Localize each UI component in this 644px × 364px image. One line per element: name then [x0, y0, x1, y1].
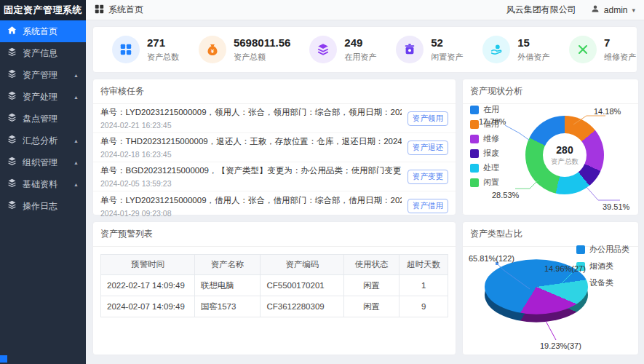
- apps-grid-icon: [95, 4, 104, 16]
- donut-callout: 39.51%: [603, 202, 629, 211]
- trash-icon: [396, 36, 424, 63]
- layers-icon: [7, 200, 17, 212]
- legend-swatch: [470, 120, 479, 129]
- sidebar-item-summary[interactable]: 汇总分析 ▲: [0, 130, 86, 151]
- col-header: 预警时间: [101, 255, 195, 275]
- stat-lent: 15 外借资产: [464, 36, 550, 63]
- legend-swatch: [470, 178, 479, 187]
- asset-borrow-button[interactable]: 资产借用: [408, 199, 448, 213]
- sidebar-item-label: 汇总分析: [23, 135, 57, 147]
- stat-label: 资产总额: [234, 52, 290, 63]
- sidebar-item-label: 资产处理: [23, 91, 57, 103]
- task-time: 2024-02-18 16:23:45: [100, 150, 402, 159]
- sidebar-item-asset-info[interactable]: 资产信息: [0, 42, 86, 64]
- col-header: 使用状态: [343, 255, 399, 275]
- sidebar-item-org[interactable]: 组织管理 ▲: [0, 151, 86, 173]
- legend-swatch: [470, 135, 479, 143]
- donut-callout: 28.53%: [492, 191, 519, 199]
- main-area: 系统首页 风云集团有限公司 admin ▾ 271 资产总数: [86, 0, 644, 364]
- panel-title: 资产预警列表: [93, 222, 456, 247]
- cell-asset-code: CF3612280309: [261, 296, 343, 317]
- left-column: 待审核任务 单号：LYD20231215000009，领用人：张合，领用部门：综…: [92, 79, 456, 355]
- stat-label: 外借资产: [517, 52, 549, 63]
- layers-icon: [309, 36, 337, 63]
- sidebar: 固定资产管理系统 系统首页 资产信息 资产管理 ▲ 资产处理 ▲ 盘点管理 汇总…: [0, 0, 86, 364]
- legend-label: 设备类: [589, 277, 613, 288]
- chevron-up-icon: ▲: [73, 182, 79, 187]
- sidebar-item-base-data[interactable]: 基础资料 ▲: [0, 173, 86, 195]
- layers-icon: [7, 178, 17, 190]
- cell-overdue-days: 1: [399, 275, 448, 296]
- sidebar-item-asset-dispose[interactable]: 资产处理 ▲: [0, 86, 86, 108]
- svg-text:¥: ¥: [211, 48, 215, 55]
- donut-total-label: 资产总数: [551, 157, 579, 167]
- layers-icon: [7, 69, 17, 81]
- user-area[interactable]: 风云集团有限公司 admin ▾: [506, 4, 635, 16]
- layers-icon: [7, 47, 17, 59]
- user-icon: [591, 4, 600, 15]
- stat-total-count: 271 资产总数: [93, 36, 180, 63]
- col-header: 资产名称: [194, 255, 261, 275]
- asset-change-button[interactable]: 资产变更: [408, 170, 448, 184]
- layers-icon: [7, 113, 17, 124]
- legend-label: 维修: [483, 133, 499, 144]
- right-column: 资产现状分析 在用 借用 维修 报废 处理 闲置 280 资: [462, 79, 639, 355]
- task-row: 单号：THD20231215000009，退还人：王敕，存放位置：仓库，退还日期…: [93, 133, 456, 162]
- sidebar-item-label: 基础资料: [23, 178, 57, 191]
- stat-label: 在用资产: [344, 52, 376, 63]
- sidebar-corner-square: [0, 355, 7, 363]
- donut-center: 280 资产总数: [543, 133, 587, 177]
- cell-warn-time: 2022-02-17 14:09:49: [101, 275, 195, 296]
- panel-title: 待审核任务: [93, 79, 456, 104]
- dashboard-content: 271 资产总数 ¥ 5698011.56 资产总额 249: [86, 20, 644, 364]
- cell-status: 闲置: [343, 296, 399, 317]
- topbar: 系统首页 风云集团有限公司 admin ▾: [86, 0, 644, 20]
- asset-return-button[interactable]: 资产退还: [408, 141, 448, 155]
- username: admin: [604, 5, 628, 15]
- stat-value: 5698011.56: [234, 36, 290, 49]
- sidebar-item-op-log[interactable]: 操作日志: [0, 195, 86, 217]
- legend-label: 在用: [483, 104, 499, 115]
- type-pie-chart: [485, 235, 588, 339]
- chevron-up-icon: ▲: [73, 138, 79, 143]
- stat-label: 闲置资产: [431, 52, 463, 63]
- chevron-up-icon: ▲: [73, 95, 79, 100]
- task-row: 单号：LYD20231215000009，领用人：张合，领用部门：综合部，领用日…: [93, 104, 456, 133]
- chevron-up-icon: ▲: [73, 73, 79, 78]
- cell-overdue-days: 9: [399, 296, 448, 317]
- task-text: 单号：THD20231215000009，退还人：王敕，存放位置：仓库，退还日期…: [100, 136, 402, 147]
- task-text: 单号：LYD20231215000009，领用人：张合，领用部门：综合部，领用日…: [100, 107, 402, 118]
- sidebar-item-label: 操作日志: [23, 200, 57, 213]
- task-row: 单号：LYD20231215000009，借用人：张合，借用部门：综合部，借用日…: [93, 191, 456, 221]
- asset-warning-panel: 资产预警列表 预警时间 资产名称 资产编码 使用状态 超时天数: [92, 221, 456, 355]
- home-icon: [7, 25, 17, 37]
- breadcrumb-label: 系统首页: [108, 4, 143, 16]
- sidebar-item-asset-manage[interactable]: 资产管理 ▲: [0, 64, 86, 86]
- sidebar-item-inventory[interactable]: 盘点管理: [0, 108, 86, 130]
- sidebar-item-label: 组织管理: [23, 157, 57, 169]
- layers-icon: [7, 135, 17, 146]
- stat-value: 52: [431, 36, 463, 49]
- col-header: 资产编码: [261, 255, 343, 275]
- cell-warn-time: 2024-02-07 14:09:49: [101, 296, 195, 317]
- stats-card: 271 资产总数 ¥ 5698011.56 资产总额 249: [92, 26, 637, 73]
- app-window: 固定资产管理系统 系统首页 资产信息 资产管理 ▲ 资产处理 ▲ 盘点管理 汇总…: [0, 0, 644, 364]
- asset-receive-button[interactable]: 资产领用: [408, 111, 448, 126]
- stat-value: 15: [517, 36, 549, 49]
- cell-asset-name: 联想电脑: [194, 275, 261, 296]
- company-name: 风云集团有限公司: [506, 4, 576, 16]
- layers-icon: [7, 91, 17, 103]
- status-donut-chart: 280 资产总数: [525, 116, 604, 194]
- stat-value: 249: [344, 36, 376, 49]
- stat-in-use: 249 在用资产: [290, 36, 377, 63]
- moneybag-icon: ¥: [199, 36, 226, 63]
- stat-idle: 52 闲置资产: [377, 36, 464, 63]
- legend-label: 闲置: [483, 177, 499, 188]
- sidebar-item-label: 资产管理: [23, 69, 57, 82]
- stat-repair: 7 维修资产: [550, 36, 637, 63]
- stat-label: 维修资产: [604, 52, 636, 63]
- sidebar-item-home[interactable]: 系统首页: [0, 20, 86, 42]
- legend-label: 处理: [483, 162, 499, 173]
- tools-icon: [569, 36, 597, 63]
- task-text: 单号：LYD20231215000009，借用人：张合，借用部门：综合部，借用日…: [100, 195, 402, 206]
